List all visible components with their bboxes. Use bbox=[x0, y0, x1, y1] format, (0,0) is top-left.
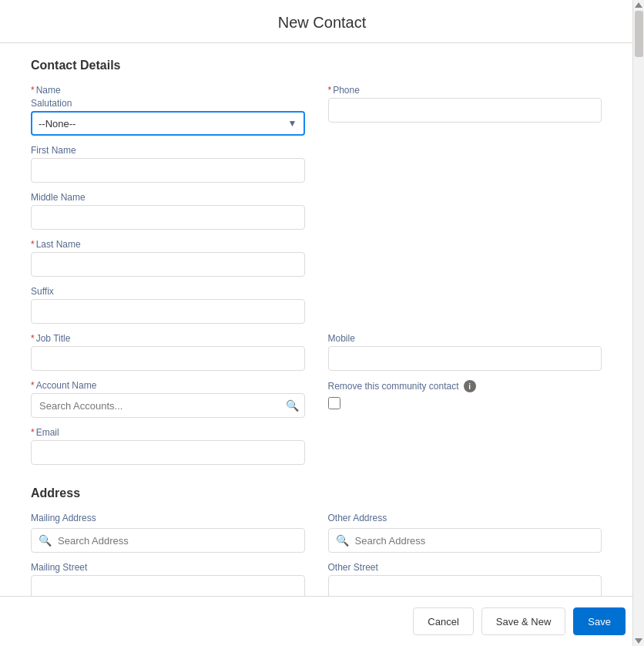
cancel-button[interactable]: Cancel bbox=[413, 607, 473, 635]
account-name-input[interactable] bbox=[31, 393, 305, 418]
middle-name-label: Middle Name bbox=[31, 192, 305, 203]
phone-group: *Phone bbox=[328, 85, 602, 123]
last-name-label: *Last Name bbox=[31, 239, 305, 250]
save-button[interactable]: Save bbox=[573, 607, 626, 635]
save-new-button[interactable]: Save & New bbox=[481, 607, 566, 635]
suffix-group: Suffix bbox=[31, 286, 305, 324]
first-name-group: First Name bbox=[31, 145, 305, 183]
other-address-search-wrapper: 🔍 bbox=[328, 528, 602, 553]
contact-details-form: *Name Salutation --None-- Mr. Ms. Mrs. D… bbox=[31, 85, 602, 474]
account-required-star: * bbox=[31, 380, 35, 391]
modal-title: New Contact bbox=[0, 14, 644, 32]
last-name-group: *Last Name bbox=[31, 239, 305, 277]
address-form-grid: Mailing Address 🔍 Other Address 🔍 bbox=[31, 513, 602, 596]
contact-details-section-title: Contact Details bbox=[31, 59, 602, 72]
address-section: Address Mailing Address 🔍 Other Address … bbox=[31, 486, 602, 596]
info-icon[interactable]: i bbox=[464, 380, 476, 392]
job-title-input[interactable] bbox=[31, 346, 305, 371]
mailing-street-group: Mailing Street bbox=[31, 562, 305, 596]
other-address-input[interactable] bbox=[328, 528, 602, 553]
job-title-label: *Job Title bbox=[31, 333, 305, 344]
remove-community-checkbox-wrapper bbox=[328, 397, 602, 409]
mailing-street-label: Mailing Street bbox=[31, 562, 305, 573]
first-name-label: First Name bbox=[31, 145, 305, 156]
first-name-input[interactable] bbox=[31, 158, 305, 183]
salutation-select[interactable]: --None-- Mr. Ms. Mrs. Dr. Prof. bbox=[31, 111, 305, 136]
email-group: *Email bbox=[31, 427, 305, 465]
address-section-title: Address bbox=[31, 486, 602, 500]
other-address-group: Other Address 🔍 bbox=[328, 513, 602, 553]
name-label: *Name bbox=[31, 85, 305, 96]
other-street-group: Other Street bbox=[328, 562, 602, 596]
modal-footer: Cancel Save & New Save bbox=[0, 596, 644, 646]
mobile-input[interactable] bbox=[328, 346, 602, 371]
middle-name-group: Middle Name bbox=[31, 192, 305, 230]
suffix-input[interactable] bbox=[31, 299, 305, 324]
account-search-wrapper: 🔍 bbox=[31, 393, 305, 418]
phone-required-star: * bbox=[328, 85, 332, 96]
other-street-label: Other Street bbox=[328, 562, 602, 573]
mailing-address-group: Mailing Address 🔍 bbox=[31, 513, 305, 553]
phone-input[interactable] bbox=[328, 98, 602, 123]
remove-community-text: Remove this community contact bbox=[328, 381, 459, 392]
phone-label: *Phone bbox=[328, 85, 602, 96]
job-title-required-star: * bbox=[31, 333, 35, 344]
mobile-group: Mobile bbox=[328, 333, 602, 371]
mailing-address-search-wrapper: 🔍 bbox=[31, 528, 305, 553]
mailing-address-label: Mailing Address bbox=[31, 513, 305, 523]
salutation-group: Salutation --None-- Mr. Ms. Mrs. Dr. Pro… bbox=[31, 98, 305, 136]
other-street-input[interactable] bbox=[328, 575, 602, 596]
account-name-group: *Account Name 🔍 bbox=[31, 380, 305, 418]
job-title-group: *Job Title bbox=[31, 333, 305, 371]
modal-container: New Contact Contact Details *Name Saluta… bbox=[0, 0, 644, 646]
remove-community-label-row: Remove this community contact i bbox=[328, 380, 602, 392]
email-row-right bbox=[328, 427, 602, 474]
scrollbar-up-arrow[interactable] bbox=[635, 2, 642, 8]
salutation-label: Salutation bbox=[31, 98, 305, 109]
scrollbar-thumb[interactable] bbox=[635, 11, 643, 57]
name-block: *Name Salutation --None-- Mr. Ms. Mrs. D… bbox=[31, 85, 305, 333]
email-input[interactable] bbox=[31, 440, 305, 465]
last-name-input[interactable] bbox=[31, 252, 305, 277]
scrollbar[interactable] bbox=[632, 0, 644, 646]
salutation-select-wrapper: --None-- Mr. Ms. Mrs. Dr. Prof. ▼ bbox=[31, 111, 305, 136]
mailing-street-input[interactable] bbox=[31, 575, 305, 596]
name-required-star: * bbox=[31, 85, 35, 96]
scrollbar-down-arrow[interactable] bbox=[635, 638, 642, 644]
mailing-address-input[interactable] bbox=[31, 528, 305, 553]
email-label: *Email bbox=[31, 427, 305, 438]
suffix-label: Suffix bbox=[31, 286, 305, 297]
remove-community-group: Remove this community contact i bbox=[328, 380, 602, 418]
other-address-label: Other Address bbox=[328, 513, 602, 523]
email-required-star: * bbox=[31, 427, 35, 438]
remove-community-checkbox[interactable] bbox=[328, 397, 340, 409]
mobile-label: Mobile bbox=[328, 333, 602, 344]
account-name-label: *Account Name bbox=[31, 380, 305, 391]
phone-block: *Phone bbox=[328, 85, 602, 333]
modal-body: Contact Details *Name Salutation --None-… bbox=[0, 43, 644, 596]
modal-header: New Contact bbox=[0, 0, 644, 43]
middle-name-input[interactable] bbox=[31, 205, 305, 230]
last-name-required-star: * bbox=[31, 239, 35, 250]
